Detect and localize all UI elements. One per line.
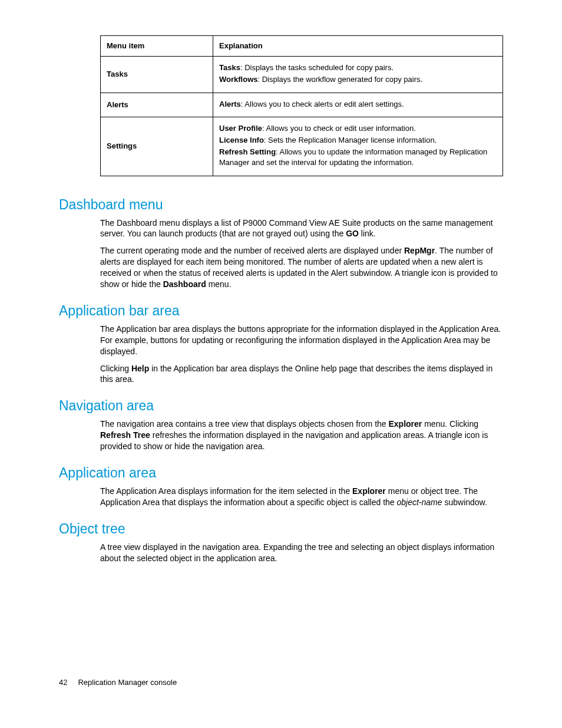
term: License Info [219,136,264,144]
heading-application-bar-area: Application bar area [59,303,503,319]
text: menu. [206,279,232,289]
heading-object-tree: Object tree [59,521,503,537]
heading-navigation-area: Navigation area [59,398,503,414]
menu-table: Menu item Explanation Tasks Tasks: Displ… [100,35,503,176]
bold-text: Dashboard [163,279,206,289]
paragraph: The current operating mode and the numbe… [100,245,503,290]
explanation-cell: Tasks: Displays the tasks scheduled for … [213,57,503,93]
table-header-menu: Menu item [101,36,213,57]
text: in the Application bar area displays the… [100,364,492,384]
footer-title: Replication Manager console [78,678,177,687]
text: The Dashboard menu displays a list of P9… [100,218,493,239]
bold-text: Refresh Tree [100,430,150,440]
term: Refresh Setting [219,147,276,156]
term: Workflows [219,75,258,84]
paragraph: Clicking Help in the Application bar are… [100,363,503,386]
definition: : Displays the workflow generated for co… [258,75,423,84]
table-row: Tasks Tasks: Displays the tasks schedule… [101,57,503,93]
page-number: 42 [59,678,67,687]
menu-cell: Tasks [101,57,213,93]
paragraph: The navigation area contains a tree view… [100,419,503,452]
definition: : Allows you to check or edit user infor… [262,124,416,133]
paragraph: The Application bar area displays the bu… [100,324,503,357]
paragraph: The Application Area displays informatio… [100,486,503,508]
text: link. [359,229,376,238]
heading-dashboard-menu: Dashboard menu [59,197,503,213]
page-footer: 42Replication Manager console [59,678,177,687]
text: The Application Area displays informatio… [100,486,352,496]
text: menu. Clicking [422,419,478,429]
bold-text: GO [346,229,359,238]
bold-text: RepMgr [404,246,435,255]
menu-cell: Settings [101,117,213,176]
table-row: Settings User Profile: Allows you to che… [101,117,503,176]
table-row: Alerts Alerts: Allows you to check alert… [101,93,503,117]
heading-application-area: Application area [59,465,503,481]
text: The navigation area contains a tree view… [100,419,389,429]
table-header-explanation: Explanation [213,36,503,57]
document-page: Menu item Explanation Tasks Tasks: Displ… [0,0,562,728]
explanation-cell: Alerts: Allows you to check alerts or ed… [213,93,503,117]
bold-text: Explorer [352,486,386,496]
paragraph: The Dashboard menu displays a list of P9… [100,218,503,240]
explanation-cell: User Profile: Allows you to check or edi… [213,117,503,176]
definition: : Allows you to check alerts or edit ale… [241,100,404,108]
term: User Profile [219,124,262,133]
text: Clicking [100,364,131,373]
definition: : Sets the Replication Manager license i… [264,136,437,144]
bold-text: Explorer [389,419,422,429]
term: Tasks [219,63,240,72]
text: The current operating mode and the numbe… [100,246,404,255]
menu-cell: Alerts [101,93,213,117]
text: refreshes the information displayed in t… [100,430,488,451]
text: subwindow. [442,498,487,507]
paragraph: A tree view displayed in the navigation … [100,542,503,564]
definition: : Displays the tasks scheduled for copy … [240,63,394,72]
term: Alerts [219,100,241,108]
bold-text: Help [131,364,149,373]
italic-text: object-name [397,498,442,507]
